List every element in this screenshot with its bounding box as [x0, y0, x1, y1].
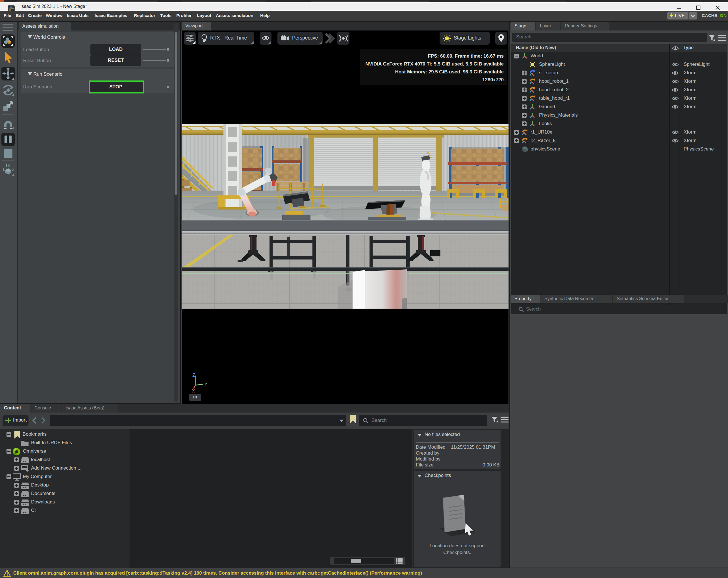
svg-text:X: X: [192, 388, 195, 393]
svg-text:Z: Z: [192, 373, 195, 378]
svg-text:Y: Y: [204, 382, 207, 387]
